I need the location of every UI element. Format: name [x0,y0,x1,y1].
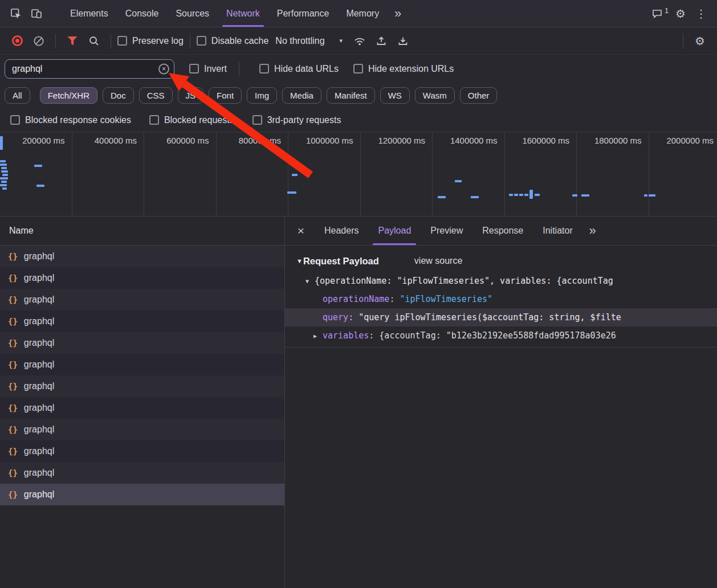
type-filter-css[interactable]: CSS [139,87,173,104]
import-har-button[interactable] [371,31,392,51]
expand-triangle-icon: ▶ [313,333,323,339]
timeline-column: 200000 ms [0,132,72,216]
waterfall-mark [649,194,655,197]
request-row[interactable]: {}graphql [0,246,284,267]
close-details-button[interactable]: × [287,220,315,241]
tab-console[interactable]: Console [117,0,168,27]
timeline-column: 1600000 ms [505,132,577,216]
type-filter-font[interactable]: Font [209,87,242,104]
type-filter-wasm[interactable]: Wasm [415,87,455,104]
more-filters-row: Blocked response cookiesBlocked requests… [0,108,717,132]
type-filter-manifest[interactable]: Manifest [327,87,375,104]
type-filter-ws[interactable]: WS [380,87,410,104]
checkbox-3rd-party-requests[interactable]: 3rd-party requests [252,115,341,125]
tab-memory[interactable]: Memory [337,0,388,27]
divider [683,34,683,48]
chevron-down-icon: ▾ [340,37,343,44]
detail-tab-initiator[interactable]: Initiator [533,217,582,245]
clear-network-log-button[interactable] [28,31,49,51]
tab-performance[interactable]: Performance [268,0,338,27]
waterfall-mark [644,194,647,197]
hide-extension-urls-checkbox[interactable]: Hide extension URLs [353,64,454,74]
request-name: graphql [24,403,54,413]
search-button[interactable] [84,31,104,51]
device-toolbar-button[interactable] [26,3,47,24]
inspect-element-icon [10,8,22,19]
type-filter-all[interactable]: All [5,87,30,104]
timeline-label: 1400000 ms [450,136,498,145]
payload-summary-row[interactable]: ▼ {operationName: "ipFlowTimeseries", va… [285,272,717,290]
request-row[interactable]: {}graphql [0,484,284,505]
preserve-log-checkbox[interactable]: Preserve log [117,36,184,46]
network-conditions-button[interactable] [349,31,370,51]
more-tabs-chevron-icon[interactable]: » [388,3,408,24]
request-row[interactable]: {}graphql [0,419,284,440]
type-filter-doc[interactable]: Doc [103,87,134,104]
request-row[interactable]: {}graphql [0,289,284,311]
payload-row-operation-name[interactable]: operationName: "ipFlowTimeseries" [285,290,717,308]
tab-sources[interactable]: Sources [167,0,218,27]
filter-toggle-button[interactable] [62,31,83,51]
detail-tab-payload[interactable]: Payload [368,217,421,245]
divider [239,62,239,76]
request-row[interactable]: {}graphql [0,354,284,375]
hide-extension-urls-label: Hide extension URLs [368,64,454,74]
payload-row-variables[interactable]: ▶ variables: {accountTag: "b12e3b2192ee5… [285,326,717,345]
waterfall-mark [1,170,8,173]
json-braces-icon: {} [8,273,18,283]
hide-data-urls-checkbox[interactable]: Hide data URLs [259,64,339,74]
timeline-column: 1000000 ms [288,132,361,216]
request-row[interactable]: {}graphql [0,332,284,354]
json-braces-icon: {} [8,338,18,348]
tab-network[interactable]: Network [218,0,268,27]
timeline-label: 600000 ms [166,136,209,145]
request-row[interactable]: {}graphql [0,311,284,332]
kebab-menu-icon[interactable]: ⋮ [691,3,711,24]
type-filter-fetch-xhr[interactable]: Fetch/XHR [40,87,97,104]
inspect-element-button[interactable] [6,3,26,24]
throttling-select[interactable]: No throttling ▾ [270,36,348,46]
request-row[interactable]: {}graphql [0,267,284,289]
detail-tab-headers[interactable]: Headers [315,217,368,245]
view-source-link[interactable]: view source [414,256,462,266]
request-row[interactable]: {}graphql [0,440,284,462]
tab-elements[interactable]: Elements [62,0,117,27]
request-row[interactable]: {}graphql [0,462,284,484]
request-row[interactable]: {}graphql [0,375,284,397]
collapse-triangle-icon: ▼ [296,258,303,264]
timeline-column: 2000000 ms [649,132,717,216]
name-column-header[interactable]: Name [0,217,284,246]
console-messages-button[interactable]: 1 [650,3,670,24]
type-filter-img[interactable]: Img [247,87,277,104]
clear-filter-icon[interactable]: × [158,63,169,74]
timeline-column: 600000 ms [144,132,217,216]
type-filter-media[interactable]: Media [282,87,321,104]
invert-checkbox[interactable]: Invert [189,64,227,74]
request-payload-section[interactable]: ▼ Request Payload view source [285,250,717,272]
detail-tab-preview[interactable]: Preview [421,217,472,245]
checkbox-box-icon [10,115,20,125]
waterfall-mark [471,196,479,198]
json-braces-icon: {} [8,252,18,261]
detail-tab-response[interactable]: Response [472,217,533,245]
settings-gear-icon[interactable]: ⚙ [670,3,691,24]
checkbox-blocked-response-cookies[interactable]: Blocked response cookies [10,115,131,125]
checkbox-blocked-requests[interactable]: Blocked requests [149,115,234,125]
network-filter-input[interactable] [5,59,174,79]
disable-cache-checkbox[interactable]: Disable cache [197,36,269,46]
request-name: graphql [24,360,54,370]
record-network-log-button[interactable] [7,31,27,51]
payload-value: "ipFlowTimeseries" [400,294,492,304]
request-row[interactable]: {}graphql [0,397,284,419]
details-more-tabs-chevron-icon[interactable]: » [582,220,603,241]
waterfall-mark [36,185,44,187]
request-name: graphql [24,295,54,305]
type-filter-other[interactable]: Other [460,87,498,104]
network-overview-timeline[interactable]: 200000 ms400000 ms600000 ms800000 ms1000… [0,132,717,217]
payload-row-query[interactable]: query: "query ipFlowTimeseries($accountT… [285,308,717,326]
export-har-button[interactable] [393,31,413,51]
type-filter-js[interactable]: JS [178,87,204,104]
network-settings-gear-icon[interactable]: ⚙ [690,31,710,51]
expand-triangle-icon: ▼ [305,278,315,284]
request-payload-title: Request Payload [303,256,379,267]
